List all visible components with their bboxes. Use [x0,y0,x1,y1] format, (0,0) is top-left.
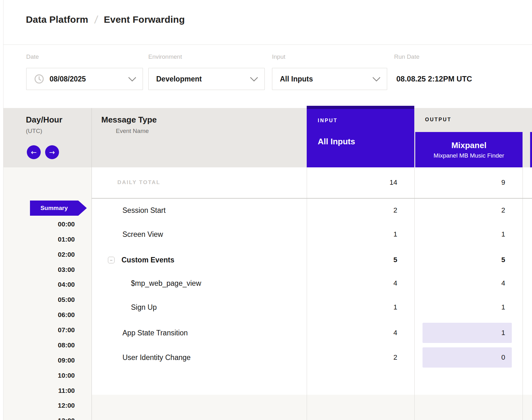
input-select[interactable]: All Inputs [272,68,387,90]
table-row-group: − Custom Events 5 5 [0,248,532,272]
hour-row-10[interactable]: 10:00 [3,368,75,383]
table-row: $mp_web_page_view 4 4 [0,271,532,296]
row-label: $mp_web_page_view [131,271,201,296]
arrow-right-icon: → [49,148,55,156]
row-label: Screen View [122,222,163,247]
input-count: 2 [307,347,397,368]
next-day-button[interactable]: → [45,145,59,159]
table-row: Screen View 1 1 [0,222,532,247]
next-output-column-partial [530,132,532,167]
table-row: User Identity Change 2 0 [0,345,532,370]
breadcrumb: Data Platform / Event Forwarding [26,11,185,28]
hour-row-13[interactable]: 13:00 [3,413,75,420]
day-hour-column-title: Day/Hour [26,115,62,125]
row-label: User Identity Change [122,345,191,370]
hour-row-11[interactable]: 11:00 [3,383,75,398]
output-count-highlighted[interactable]: 0 [423,347,512,368]
breadcrumb-separator: / [94,14,98,26]
clock-icon [34,74,44,84]
output-count: 4 [423,273,512,293]
input-count: 1 [307,224,397,244]
previous-day-button[interactable]: ← [27,145,41,159]
input-filter-label: Input [272,53,285,61]
input-select-value: All Inputs [280,75,313,83]
message-type-column-title: Message Type [101,115,157,125]
table-row: Session Start 2 2 [0,198,532,223]
hour-row-12[interactable]: 12:00 [3,398,75,413]
row-label: Sign Up [131,295,157,320]
environment-filter-label: Environment [148,53,182,61]
input-count: 4 [307,323,397,343]
row-label: App State Transition [122,321,188,345]
page-title: Event Forwarding [104,14,185,25]
breadcrumb-section[interactable]: Data Platform [26,14,88,25]
input-count: 4 [307,273,397,293]
daily-total-label: DAILY TOTAL [117,167,160,198]
output-column-header[interactable]: Mixpanel Mixpanel MB Music Finder [415,132,523,167]
date-select-value: 08/08/2025 [50,75,86,83]
header-divider [3,45,532,45]
output-column-subtitle: Mixpanel MB Music Finder [434,152,504,159]
input-column-name: All Inputs [318,137,355,147]
input-count: 2 [307,200,397,220]
output-count: 2 [423,200,512,220]
output-column-name: Mixpanel [451,141,486,150]
arrow-left-icon: ← [31,148,37,156]
table-footer-background [92,395,532,420]
input-column-top-strip [307,106,414,109]
environment-select[interactable]: Development [148,68,265,90]
event-name-column-subtitle: Event Name [116,128,149,135]
row-label: Session Start [122,198,166,223]
chevron-down-icon [250,74,258,81]
input-count: 5 [307,250,397,270]
output-group-label: OUTPUT [425,116,452,124]
table-row: App State Transition 4 1 [0,321,532,345]
environment-select-value: Development [156,75,202,83]
date-select[interactable]: 08/08/2025 [26,68,143,90]
date-filter-label: Date [26,53,39,61]
input-group-label: INPUT [318,118,338,123]
run-date-value: 08.08.25 2:12PM UTC [396,68,472,90]
minus-icon: − [110,257,113,263]
output-count-highlighted[interactable]: 1 [423,323,512,343]
table-row: Sign Up 1 1 [0,295,532,320]
daily-total-output-value: 9 [423,167,512,198]
input-column-header[interactable]: INPUT All Inputs [307,109,414,167]
input-count: 1 [307,297,397,317]
chevron-down-icon [128,74,136,81]
output-count: 1 [423,224,512,244]
collapse-toggle[interactable]: − [108,257,115,263]
run-date-label: Run Date [394,53,419,61]
chevron-down-icon [372,74,380,81]
daily-total-input-value: 14 [307,167,397,198]
output-count: 1 [423,297,512,317]
day-hour-column-subtitle: (UTC) [26,128,42,135]
row-label: Custom Events [121,248,174,272]
output-count: 5 [423,250,512,270]
